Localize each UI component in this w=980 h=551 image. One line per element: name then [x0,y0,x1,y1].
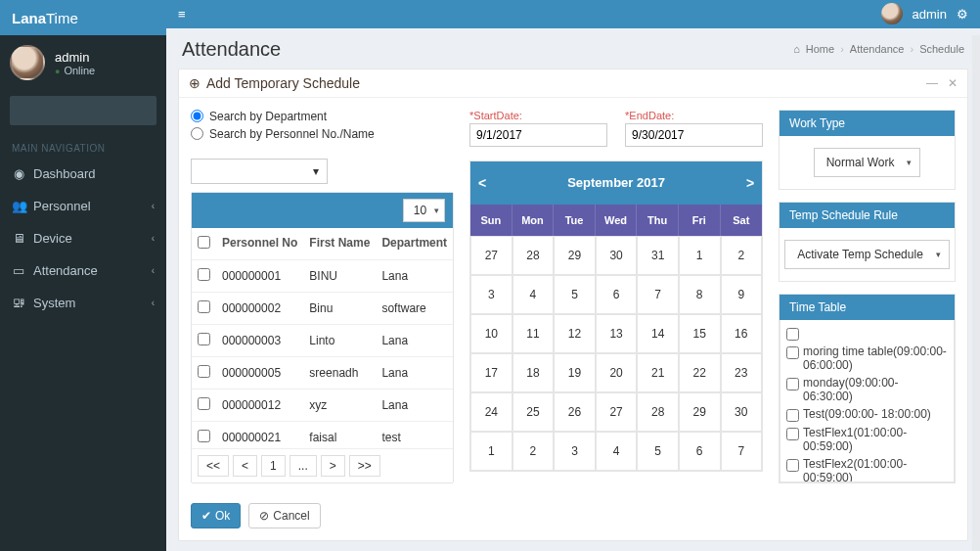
cal-next-icon[interactable]: > [746,175,754,191]
cal-cell[interactable]: 28 [512,236,555,275]
sidebar-search-input[interactable] [10,96,156,125]
cal-cell[interactable]: 2 [721,236,763,275]
cal-cell[interactable]: 27 [596,392,638,432]
settings-icon[interactable]: ⚙ [957,7,968,22]
collapse-icon[interactable]: — [926,76,938,90]
cal-prev-icon[interactable]: < [478,175,486,191]
pager-button[interactable]: << [198,455,229,477]
end-date-input[interactable] [625,123,763,147]
cal-cell[interactable]: 17 [470,353,512,392]
tt-checkbox[interactable] [786,409,799,422]
tt-checkbox[interactable] [786,459,799,472]
ok-button[interactable]: ✔ Ok [191,503,241,528]
cal-cell[interactable]: 15 [679,314,721,353]
radio-search-dept[interactable]: Search by Department [191,110,454,123]
time-table-item[interactable]: monday(09:00:00- 06:30:00) [786,374,948,405]
cal-cell[interactable]: 29 [679,392,721,432]
cal-cell[interactable]: 11 [512,314,555,353]
cal-cell[interactable]: 8 [679,275,721,314]
pager-button[interactable]: ... [290,455,317,477]
cal-cell[interactable]: 5 [554,275,596,314]
sidebar-item-personnel[interactable]: 👥Personnel‹ [0,190,166,222]
cal-cell[interactable]: 22 [679,353,721,392]
cal-cell[interactable]: 6 [596,275,638,314]
table-row[interactable]: 000000001 BINU Lana [192,259,453,292]
time-table-item[interactable]: TestFlex1(01:00:00- 00:59:00) [786,424,948,455]
cal-cell[interactable]: 1 [470,432,512,471]
close-icon[interactable]: ✕ [948,76,958,90]
cal-cell[interactable]: 18 [512,353,555,392]
menu-toggle-icon[interactable]: ≡ [178,7,186,22]
work-type-select[interactable]: Normal Work [814,148,921,177]
time-table-item[interactable]: moring time table(09:00:00- 06:00:00) [786,343,948,374]
cal-cell[interactable]: 10 [470,314,512,353]
cal-cell[interactable]: 2 [512,432,555,471]
radio-personnel-input[interactable] [191,127,203,140]
start-date-input[interactable] [469,123,607,147]
cal-cell[interactable]: 7 [721,432,763,471]
sidebar-item-dashboard[interactable]: ◉Dashboard [0,158,166,190]
cal-cell[interactable]: 30 [596,236,638,275]
cal-cell[interactable]: 27 [470,236,512,275]
cal-cell[interactable]: 20 [596,353,638,392]
cal-cell[interactable]: 4 [512,275,555,314]
pager-button[interactable]: >> [349,455,380,477]
breadcrumb-home[interactable]: Home [806,43,834,55]
department-select[interactable]: ▾ [191,159,328,184]
radio-search-personnel[interactable]: Search by Personnel No./Name [191,127,454,141]
row-checkbox[interactable] [198,333,210,345]
cal-cell[interactable]: 16 [721,314,763,353]
cal-cell[interactable]: 28 [637,392,679,432]
table-row[interactable]: 000000021 faisal test [192,421,453,448]
sidebar-item-device[interactable]: 🖥Device‹ [0,222,166,254]
cal-cell[interactable]: 12 [554,314,596,353]
sidebar-item-system[interactable]: 🖳System‹ [0,287,166,319]
cal-cell[interactable]: 5 [637,432,679,471]
cal-cell[interactable]: 25 [512,392,555,432]
cal-cell[interactable]: 7 [637,275,679,314]
cal-cell[interactable]: 4 [596,432,638,471]
cal-cell[interactable]: 14 [637,314,679,353]
select-all-checkbox[interactable] [198,236,210,249]
cal-cell[interactable]: 23 [721,353,763,392]
page-size-select[interactable]: 10 [403,199,445,222]
breadcrumb-mid[interactable]: Attendance [850,43,905,55]
row-checkbox[interactable] [198,365,210,378]
row-checkbox[interactable] [198,268,210,281]
cal-cell[interactable]: 13 [596,314,638,353]
time-table-item[interactable]: Test(09:00:00- 18:00:00) [786,405,948,424]
row-checkbox[interactable] [198,397,210,410]
table-row[interactable]: 000000003 Linto Lana [192,324,453,356]
tt-checkbox[interactable] [786,428,799,440]
tt-select-all[interactable] [786,328,799,341]
tt-checkbox[interactable] [786,346,799,359]
table-row[interactable]: 000000005 sreenadh Lana [192,356,453,389]
cal-cell[interactable]: 29 [554,236,596,275]
cal-cell[interactable]: 30 [721,392,763,432]
topbar-avatar[interactable] [881,3,903,24]
pager-button[interactable]: 1 [261,455,286,477]
row-checkbox[interactable] [198,300,210,313]
time-table-item[interactable]: TestFlex2(01:00:00- 00:59:00) [786,455,948,482]
sidebar-item-attendance[interactable]: ▭Attendance‹ [0,254,166,287]
pager-button[interactable]: < [233,455,257,477]
cal-cell[interactable]: 24 [470,392,512,432]
cancel-button[interactable]: ⊘ Cancel [248,503,320,528]
cal-cell[interactable]: 19 [554,353,596,392]
cal-cell[interactable]: 26 [554,392,596,432]
row-checkbox[interactable] [198,430,210,442]
topbar-user[interactable]: admin [913,7,947,22]
cal-cell[interactable]: 31 [637,236,679,275]
cal-cell[interactable]: 21 [637,353,679,392]
cal-cell[interactable]: 3 [470,275,512,314]
table-row[interactable]: 000000012 xyz Lana [192,389,453,421]
radio-dept-input[interactable] [191,110,203,122]
temp-rule-select[interactable]: Activate Temp Schedule [784,240,950,269]
table-row[interactable]: 000000002 Binu software [192,292,453,324]
cal-cell[interactable]: 1 [679,236,721,275]
cal-cell[interactable]: 9 [721,275,763,314]
tt-checkbox[interactable] [786,378,799,390]
pager-button[interactable]: > [321,455,345,477]
cal-cell[interactable]: 3 [554,432,596,471]
cal-cell[interactable]: 6 [679,432,721,471]
